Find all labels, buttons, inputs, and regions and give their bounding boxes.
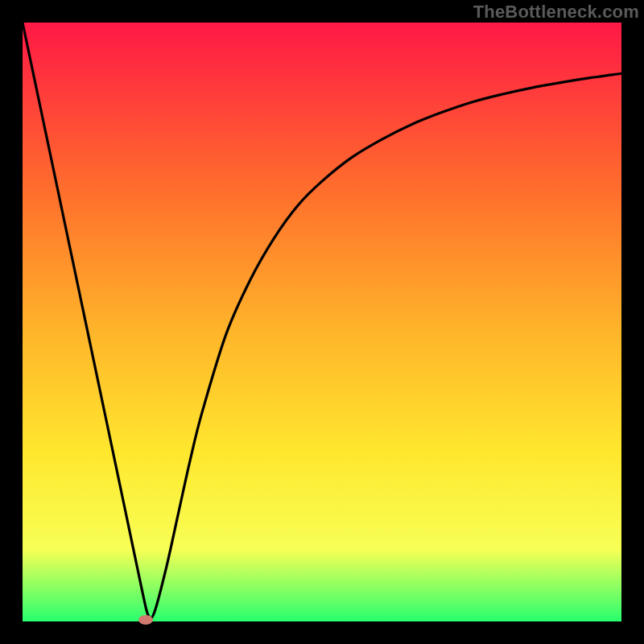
plot-area [23, 23, 621, 621]
curve-layer [23, 23, 621, 621]
bottleneck-curve [23, 23, 621, 618]
watermark-text: TheBottleneck.com [473, 2, 639, 23]
chart-frame: TheBottleneck.com [0, 0, 644, 644]
optimal-point-marker [138, 615, 153, 625]
